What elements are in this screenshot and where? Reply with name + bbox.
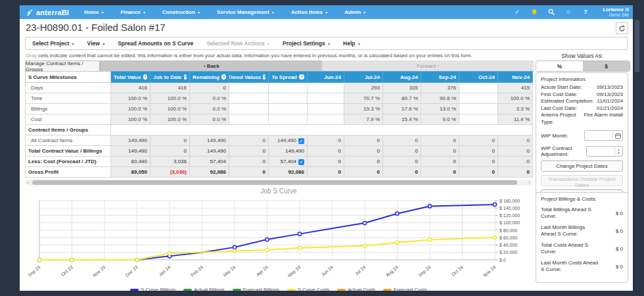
table-cell-timed-values[interactable] — [229, 93, 269, 104]
cell-value: 89,050 — [131, 169, 147, 175]
table-cell-nov-24: 11.4 % — [498, 114, 533, 125]
table-cell-to-spread[interactable] — [269, 83, 308, 93]
stepper-down-icon[interactable]: ▼ — [615, 151, 622, 155]
dollar-toggle-button[interactable]: $ — [583, 61, 630, 71]
column-header-job-to-date: Job to Date? — [150, 72, 190, 83]
nav-menu-admin[interactable]: Admin ▾ — [336, 9, 374, 15]
cell-value: 0 — [377, 137, 380, 143]
nav-menu-action-items[interactable]: Action Items ▾ — [283, 9, 336, 15]
brand-logo[interactable]: anterraBI — [20, 9, 76, 16]
table-cell-total-value: 416 — [111, 83, 150, 93]
scroll-left-arrow-icon[interactable]: ‹ — [25, 180, 31, 185]
data-point-s-curve-costs[interactable] — [363, 244, 366, 247]
table-cell-job-to-date: 0 — [150, 146, 190, 157]
data-point-s-curve-costs[interactable] — [135, 258, 139, 261]
page-vertical-scrollbar-thumb[interactable] — [635, 20, 639, 72]
help-icon[interactable]: ? — [582, 9, 589, 16]
nav-menu-home[interactable]: Home ▾ — [76, 9, 112, 15]
help-circle-icon[interactable]: ? — [143, 74, 147, 80]
data-point-s-curve-costs[interactable] — [37, 258, 41, 261]
project-information-panel: Project Information: Actual Start Date:0… — [536, 72, 628, 205]
cell-value: 149,490 — [207, 148, 226, 154]
user-menu[interactable]: Lorianne G Demo Site — [599, 7, 629, 17]
menubar-item-spread-amounts-on-s-curve[interactable]: Spread Amounts on S Curve — [111, 40, 200, 47]
scroll-right-arrow-icon[interactable]: › — [526, 180, 532, 185]
calendar-icon[interactable] — [612, 131, 622, 140]
anterra-logo-icon — [26, 9, 34, 16]
legend-item-actual-costs[interactable]: Actual Costs — [337, 287, 375, 291]
data-point-s-curve-billings[interactable] — [493, 203, 496, 206]
menubar-item-help[interactable]: Help ▾ — [336, 40, 367, 47]
table-corner-header: S Curve Milestones — [26, 72, 111, 83]
percent-toggle-button[interactable]: % — [536, 61, 583, 71]
wip-month-input[interactable] — [585, 132, 612, 139]
menubar-item-project-settings[interactable]: Project Settings ▾ — [276, 40, 336, 47]
table-horizontal-scrollbar[interactable]: ‹ › — [25, 180, 532, 185]
data-point-s-curve-billings[interactable] — [396, 212, 399, 215]
table-cell-timed-values[interactable] — [229, 83, 269, 93]
metric-value: $ 0 — [616, 228, 623, 234]
legend-item-s-curve-costs[interactable]: S Curve Costs — [287, 287, 329, 291]
table-cell-oct-24[interactable] — [459, 104, 498, 114]
refresh-button[interactable] — [616, 22, 628, 34]
to-spread-checkbox[interactable]: ✓ — [298, 159, 304, 165]
menubar-item-selected-row-actions: Selected Row Actions ▾ — [200, 40, 276, 47]
table-cell-timed-values[interactable] — [229, 114, 269, 125]
nav-menu-service-management[interactable]: Service Management ▾ — [208, 9, 283, 15]
data-point-s-curve-billings[interactable] — [363, 221, 366, 224]
scrollbar-thumb[interactable] — [32, 180, 517, 185]
legend-item-actual-billings[interactable]: Actual Billings — [183, 287, 225, 291]
data-point-s-curve-costs[interactable] — [168, 252, 171, 255]
table-cell-jun-24[interactable] — [308, 83, 344, 93]
data-point-s-curve-billings[interactable] — [233, 245, 236, 249]
table-cell-oct-24[interactable] — [459, 83, 498, 93]
to-spread-checkbox[interactable]: ✓ — [298, 138, 304, 144]
manage-contract-items-button[interactable]: Manage Contract Items / Groups — [25, 61, 100, 72]
table-row-time: Time100.0 %100.0 %0.0 %70.7 %80.7 %90.6 … — [26, 93, 533, 104]
help-circle-icon[interactable]: ? — [221, 74, 226, 80]
table-cell-job-to-date: 0 — [150, 136, 190, 146]
help-circle-icon[interactable]: ? — [184, 74, 187, 80]
help-circle-icon[interactable]: ? — [299, 74, 304, 80]
cell-value: 9.0 % — [443, 116, 456, 122]
wip-adjustment-input[interactable] — [587, 147, 614, 155]
x-axis-tick-label: Mar 24 — [222, 264, 236, 277]
data-point-s-curve-billings[interactable] — [265, 237, 269, 241]
legend-item-forecast-costs[interactable]: Forecast Costs — [383, 287, 426, 291]
back-button[interactable]: ‹ Back — [100, 61, 323, 72]
table-cell-to-spread[interactable] — [269, 104, 308, 114]
table-cell-to-spread[interactable] — [269, 114, 308, 125]
menubar-item-select-project[interactable]: Select Project ▾ — [26, 40, 81, 47]
cell-value: 0 — [415, 169, 418, 175]
data-point-s-curve-costs[interactable] — [428, 238, 431, 241]
help-circle-icon[interactable]: ? — [263, 74, 265, 80]
change-project-dates-button[interactable]: Change Project Dates — [541, 160, 623, 172]
data-point-s-curve-costs[interactable] — [493, 235, 496, 239]
notifications-bell-icon[interactable] — [530, 9, 538, 16]
favorites-star-icon[interactable]: ☆ — [564, 9, 572, 16]
legend-item-s-curve-billings[interactable]: S Curve Billings — [130, 287, 175, 291]
table-cell-jun-24[interactable] — [308, 93, 344, 104]
table-cell-jun-24[interactable] — [308, 104, 344, 114]
chevron-down-icon: ▾ — [143, 11, 145, 14]
row-label: Days — [26, 83, 111, 93]
table-cell-timed-values[interactable] — [229, 104, 269, 114]
data-point-s-curve-costs[interactable] — [396, 241, 399, 244]
table-cell-oct-24[interactable] — [459, 114, 498, 125]
table-cell-jun-24[interactable] — [308, 114, 344, 125]
table-cell-oct-24[interactable] — [459, 93, 498, 104]
table-cell-to-spread[interactable] — [269, 93, 308, 104]
tasks-check-icon[interactable]: ✓ — [513, 9, 520, 16]
search-icon[interactable] — [547, 9, 555, 16]
nav-menu-construction[interactable]: Construction ▾ — [154, 9, 208, 15]
data-point-s-curve-billings[interactable] — [298, 232, 301, 235]
data-point-s-curve-billings[interactable] — [428, 205, 431, 208]
data-point-s-curve-costs[interactable] — [265, 248, 269, 251]
legend-item-forecast-billings[interactable]: Forecast Billings — [233, 287, 279, 291]
gray-cells-note: Gray cells indicate content that cannot … — [26, 53, 472, 59]
data-point-s-curve-costs[interactable] — [233, 249, 236, 253]
menubar-item-view[interactable]: View ▾ — [81, 40, 112, 47]
data-point-s-curve-costs[interactable] — [70, 258, 74, 261]
nav-menu-finance[interactable]: Finance ▾ — [112, 9, 154, 15]
data-point-s-curve-costs[interactable] — [298, 246, 301, 249]
